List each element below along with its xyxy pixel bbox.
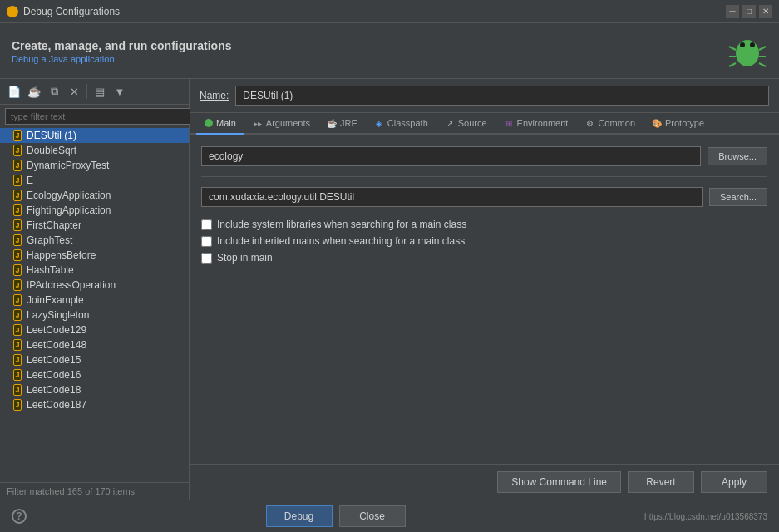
stop-in-main-label: Stop in main — [217, 252, 273, 264]
stop-in-main-checkbox[interactable] — [201, 253, 212, 264]
debug-java-link[interactable]: Debug a Java application — [12, 54, 232, 64]
debug-button[interactable]: Debug — [266, 505, 333, 527]
svg-line-3 — [759, 47, 766, 50]
duplicate-button[interactable]: ⧉ — [45, 82, 63, 101]
java-icon-1: J — [12, 145, 23, 156]
right-panel: Name: Main ▸▸ Arguments ☕ JRE ◈ — [190, 79, 779, 500]
tab-jre[interactable]: ☕ JRE — [318, 113, 366, 135]
java-icon-18: J — [12, 399, 23, 411]
tree-item-9[interactable]: J HashTable — [0, 263, 189, 278]
include-system-label: Include system libraries when searching … — [217, 219, 466, 230]
tree-item-label-13: LeetCode129 — [27, 324, 86, 336]
tree-item-label-6: FirstChapter — [27, 219, 81, 231]
tree-item-0[interactable]: J DESUtil (1) — [0, 128, 189, 143]
tab-environment[interactable]: ⊞ Environment — [496, 113, 577, 135]
close-button[interactable]: ✕ — [759, 5, 772, 18]
title-bar-controls[interactable]: ─ □ ✕ — [726, 5, 772, 18]
main-class-input[interactable] — [201, 187, 703, 207]
tree-item-label-16: LeetCode16 — [27, 369, 81, 381]
java-icon-0: J — [12, 130, 23, 141]
tree-item-18[interactable]: J LeetCode187 — [0, 397, 189, 412]
tab-main-label: Main — [216, 118, 236, 128]
name-input[interactable] — [235, 86, 769, 106]
tree-container: J DESUtil (1) J DoubleSqrt J DynamicProx… — [0, 128, 189, 482]
tab-classpath-label: Classpath — [387, 118, 428, 128]
tree-item-8[interactable]: J HappensBefore — [0, 248, 189, 263]
tree-item-label-8: HappensBefore — [27, 249, 96, 261]
help-button[interactable]: ? — [12, 509, 27, 524]
include-system-checkbox[interactable] — [201, 219, 212, 230]
tab-common-label: Common — [598, 118, 635, 128]
svg-line-7 — [759, 63, 766, 66]
tree-item-14[interactable]: J LeetCode148 — [0, 337, 189, 352]
tree-item-1[interactable]: J DoubleSqrt — [0, 143, 189, 158]
filter-button[interactable]: ▤ — [91, 82, 109, 101]
tab-prototype[interactable]: 🎨 Prototype — [643, 113, 712, 135]
tree-item-7[interactable]: J GraphTest — [0, 233, 189, 248]
tree-item-11[interactable]: J JoinExample — [0, 293, 189, 308]
sidebar: 📄 ☕ ⧉ ✕ ▤ ▼ J DESUtil (1) J DoubleSqrt — [0, 79, 190, 500]
delete-button[interactable]: ✕ — [65, 82, 83, 101]
window-title: Debug Configurations — [23, 6, 120, 17]
revert-button[interactable]: Revert — [628, 471, 694, 493]
dialog-title: Create, manage, and run configurations — [12, 39, 232, 52]
search-button[interactable]: Search... — [709, 188, 767, 206]
tab-classpath[interactable]: ◈ Classpath — [366, 113, 436, 135]
app-icon — [7, 6, 18, 17]
tree-item-12[interactable]: J LazySingleton — [0, 308, 189, 323]
main-tab-icon — [205, 119, 213, 127]
tree-item-label-7: GraphTest — [27, 234, 72, 246]
tabs-bar: Main ▸▸ Arguments ☕ JRE ◈ Classpath ↗ So… — [190, 113, 779, 135]
checkbox-row-2: Stop in main — [201, 252, 767, 264]
java-icon-6: J — [12, 219, 23, 231]
tree-item-16[interactable]: J LeetCode16 — [0, 367, 189, 382]
apply-button[interactable]: Apply — [701, 471, 767, 493]
collapse-button[interactable]: ▼ — [111, 82, 129, 101]
maximize-button[interactable]: □ — [742, 5, 756, 18]
tab-common[interactable]: ⚙ Common — [576, 113, 643, 135]
tree-item-17[interactable]: J LeetCode18 — [0, 382, 189, 397]
java-icon-2: J — [12, 160, 23, 171]
tree-item-5[interactable]: J FightingApplication — [0, 203, 189, 218]
tab-source[interactable]: ↗ Source — [436, 113, 496, 135]
tab-arguments[interactable]: ▸▸ Arguments — [244, 113, 318, 135]
tree-item-3[interactable]: J E — [0, 173, 189, 188]
close-dialog-button[interactable]: Close — [339, 505, 406, 527]
dialog-content: 📄 ☕ ⧉ ✕ ▤ ▼ J DESUtil (1) J DoubleSqrt — [0, 79, 779, 500]
minimize-button[interactable]: ─ — [726, 5, 739, 18]
checkbox-group: Include system libraries when searching … — [201, 219, 767, 264]
new-config-button[interactable]: 📄 — [5, 82, 23, 101]
show-command-line-button[interactable]: Show Command Line — [497, 471, 621, 493]
tree-item-label-5: FightingApplication — [27, 204, 111, 216]
classpath-icon: ◈ — [374, 118, 384, 128]
tree-item-4[interactable]: J EcologyApplication — [0, 188, 189, 203]
tab-prototype-label: Prototype — [665, 118, 704, 128]
filter-input[interactable] — [5, 108, 194, 125]
java-icon-11: J — [12, 294, 23, 306]
tree-item-6[interactable]: J FirstChapter — [0, 218, 189, 233]
tree-item-15[interactable]: J LeetCode15 — [0, 352, 189, 367]
title-bar: Debug Configurations ─ □ ✕ — [0, 0, 779, 23]
tab-environment-label: Environment — [517, 118, 569, 128]
dialog-footer: ? Debug Close https://blog.csdn.net/u013… — [0, 500, 779, 532]
tree-item-10[interactable]: J IPAddressOperation — [0, 278, 189, 293]
new-java-button[interactable]: ☕ — [25, 82, 43, 101]
tree-item-label-11: JoinExample — [27, 294, 84, 306]
java-icon-13: J — [12, 324, 23, 336]
tab-main[interactable]: Main — [196, 113, 244, 135]
java-icon-5: J — [12, 204, 23, 216]
include-inherited-checkbox[interactable] — [201, 236, 212, 247]
java-icon-15: J — [12, 354, 23, 366]
source-icon: ↗ — [445, 118, 455, 128]
tab-jre-label: JRE — [340, 118, 357, 128]
tree-item-label-17: LeetCode18 — [27, 384, 81, 396]
project-input[interactable] — [201, 146, 701, 166]
tree-item-13[interactable]: J LeetCode129 — [0, 323, 189, 337]
url-text: https://blog.csdn.net/u013568373 — [644, 512, 767, 521]
tree-item-2[interactable]: J DynamicProxyTest — [0, 158, 189, 173]
tree-item-label-15: LeetCode15 — [27, 354, 81, 366]
svg-point-9 — [750, 42, 755, 47]
browse-button[interactable]: Browse... — [708, 147, 767, 165]
svg-line-2 — [729, 47, 736, 50]
dialog-header: Create, manage, and run configurations D… — [0, 23, 779, 79]
